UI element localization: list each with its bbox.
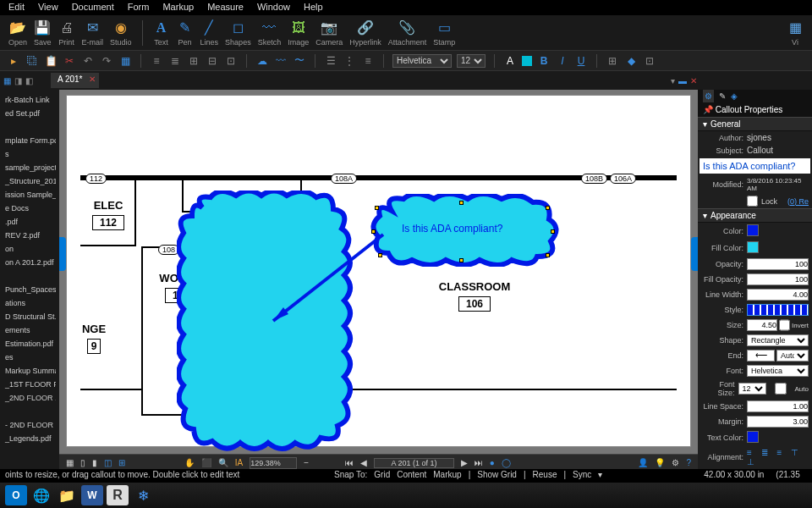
- menu-measure[interactable]: Measure: [207, 2, 244, 14]
- page-indicator[interactable]: A 201 (1 of 1): [374, 458, 454, 468]
- style-select[interactable]: [747, 304, 809, 316]
- menu-markup[interactable]: Markup: [162, 2, 194, 14]
- file-item[interactable]: ission Sample_...: [3, 188, 56, 202]
- underline-icon[interactable]: U: [574, 54, 588, 68]
- file-item[interactable]: [3, 120, 56, 134]
- image-tool[interactable]: 🖼Image: [288, 19, 309, 47]
- file-item[interactable]: on: [3, 242, 56, 256]
- misc1-icon[interactable]: ⊞: [606, 54, 619, 68]
- sketch-tool[interactable]: 〰Sketch: [258, 19, 282, 47]
- file-item[interactable]: _2ND FLOOR ...: [3, 391, 56, 405]
- print-button[interactable]: 🖨Print: [58, 19, 75, 47]
- file-item[interactable]: .pdf: [3, 215, 56, 229]
- undo-icon[interactable]: ↶: [81, 54, 95, 68]
- misc3-icon[interactable]: ⊡: [643, 54, 656, 68]
- zoomout-icon[interactable]: −: [304, 458, 309, 467]
- prev-page-icon[interactable]: ◀: [360, 458, 367, 467]
- file-item[interactable]: ed Set.pdf: [3, 107, 56, 120]
- cut-icon[interactable]: ✂: [63, 54, 76, 68]
- panel-icon[interactable]: ◨: [14, 76, 22, 86]
- file-item[interactable]: on A 201.2.pdf: [3, 256, 56, 269]
- app-icon[interactable]: ❄: [132, 485, 154, 505]
- document-tab[interactable]: A 201* ✕: [51, 73, 99, 88]
- menu-window[interactable]: Window: [257, 2, 290, 14]
- select-icon[interactable]: ⬛: [201, 458, 211, 467]
- attachment-tool[interactable]: 📎Attachment: [388, 19, 427, 47]
- props-pin-icon[interactable]: 📌: [703, 105, 713, 114]
- margin-input[interactable]: [747, 416, 809, 428]
- word-icon[interactable]: W: [81, 485, 103, 505]
- file-item[interactable]: rk-Batch Link: [3, 93, 56, 107]
- zoom-input[interactable]: [250, 457, 297, 469]
- revu-icon[interactable]: R: [107, 485, 129, 505]
- callout-leader[interactable]: [265, 228, 392, 329]
- file-item[interactable]: e Docs: [3, 202, 56, 215]
- collapse-right-handle[interactable]: [691, 237, 698, 271]
- bulb-icon[interactable]: 💡: [655, 458, 665, 467]
- highlight-icon[interactable]: [522, 56, 532, 66]
- props-3d-icon[interactable]: ◈: [731, 91, 738, 101]
- pen-tool[interactable]: ✎Pen: [177, 19, 194, 47]
- file-item[interactable]: D Structural St...: [3, 310, 56, 323]
- file-item[interactable]: - 2ND FLOOR ...: [3, 418, 56, 432]
- lock-checkbox[interactable]: [747, 196, 758, 207]
- invert-checkbox[interactable]: [779, 319, 790, 331]
- font-select[interactable]: Helvetica: [747, 365, 809, 377]
- file-item[interactable]: sample_project_...: [3, 161, 56, 174]
- font-family-select[interactable]: Helvetica: [392, 54, 452, 68]
- font-size-select[interactable]: 12: [457, 54, 486, 68]
- next-page-icon[interactable]: ▶: [461, 458, 468, 467]
- file-item[interactable]: ements: [3, 323, 56, 337]
- snap-content[interactable]: Content: [397, 470, 426, 482]
- callout-text[interactable]: Is this ADA compliant?: [402, 223, 502, 235]
- file-item[interactable]: REV 2.pdf: [3, 229, 56, 242]
- shapes-tool[interactable]: ◻Shapes: [225, 19, 251, 47]
- menu-form[interactable]: Form: [128, 2, 150, 14]
- user-icon[interactable]: 👤: [638, 458, 648, 467]
- save-button[interactable]: 💾Save: [34, 19, 52, 47]
- alignment-buttons[interactable]: ≡ ≣ ≡ ⊤ ⊥: [747, 448, 809, 467]
- text-tool[interactable]: AText: [153, 19, 170, 47]
- section-appearance[interactable]: ▾ Appearance: [698, 208, 812, 223]
- nav-single-icon[interactable]: ▯: [80, 458, 85, 467]
- new-icon[interactable]: ▸: [7, 54, 20, 68]
- end-arrow-select[interactable]: ⟵: [747, 350, 775, 362]
- props-pen-icon[interactable]: ✎: [719, 91, 726, 101]
- sync[interactable]: Sync: [573, 470, 591, 482]
- fillcolor-swatch[interactable]: [747, 241, 759, 253]
- file-item[interactable]: _Legends.pdf: [3, 432, 56, 445]
- nav-cont-icon[interactable]: ▮: [92, 458, 97, 467]
- snap-markup[interactable]: Markup: [433, 470, 461, 482]
- copy-icon[interactable]: ⿻: [25, 54, 39, 68]
- canvas-viewport[interactable]: ELEC 112 112 NGE 9 MECH: [59, 90, 698, 454]
- open-button[interactable]: 📂Open: [8, 19, 27, 47]
- file-item[interactable]: [3, 405, 56, 418]
- menu-document[interactable]: Document: [72, 2, 114, 14]
- align4-icon[interactable]: ⊟: [206, 54, 219, 68]
- nav-split-icon[interactable]: ◫: [104, 458, 112, 467]
- textselect-icon[interactable]: IA: [235, 458, 243, 467]
- hyperlink-tool[interactable]: 🔗Hyperlink: [349, 19, 381, 47]
- gear-icon[interactable]: ⚙: [672, 458, 679, 467]
- file-item[interactable]: s: [3, 147, 56, 161]
- nav-ring-icon[interactable]: ◯: [502, 458, 511, 467]
- nav-split2-icon[interactable]: ⊞: [118, 458, 125, 467]
- size-input[interactable]: [747, 319, 777, 331]
- shape-select[interactable]: Rectangle: [747, 334, 809, 346]
- color-swatch[interactable]: [747, 224, 759, 236]
- tab-dropdown-icon[interactable]: ▾: [671, 76, 675, 86]
- fontcolor-icon[interactable]: A: [503, 54, 517, 68]
- opacity-input[interactable]: [747, 258, 809, 270]
- fontsize-select[interactable]: 12: [738, 383, 766, 395]
- tab-close-icon[interactable]: ✕: [690, 76, 697, 86]
- fillopacity-input[interactable]: [747, 273, 809, 285]
- file-item[interactable]: Estimation.pdf: [3, 337, 56, 351]
- redo-icon[interactable]: ↷: [100, 54, 113, 68]
- outlook-icon[interactable]: O: [5, 485, 27, 505]
- align-icon[interactable]: ≡: [150, 54, 163, 68]
- auto-checkbox[interactable]: [768, 383, 793, 395]
- last-page-icon[interactable]: ⏭: [475, 458, 483, 467]
- first-page-icon[interactable]: ⏮: [345, 458, 354, 467]
- lines-tool[interactable]: ╱Lines: [200, 19, 219, 47]
- explorer-icon[interactable]: 📁: [56, 485, 78, 505]
